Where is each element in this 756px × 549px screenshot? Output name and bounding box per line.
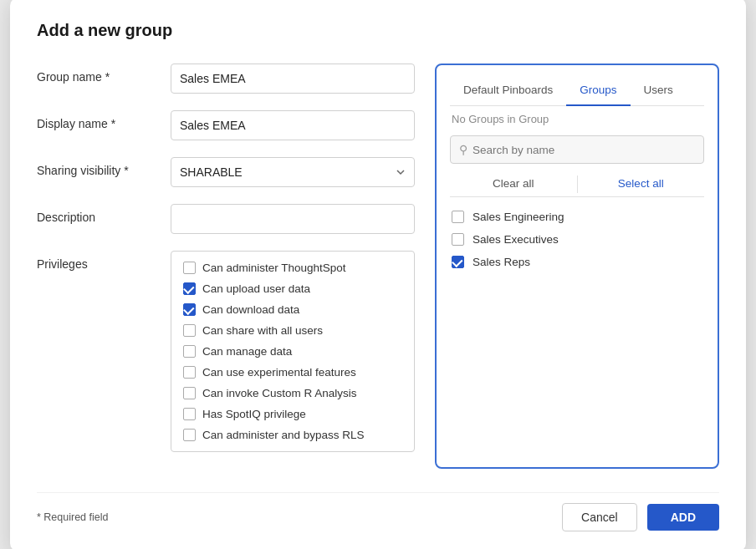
privileges-section: Privileges Can administer ThoughtSpot Ca… — [37, 251, 415, 452]
group-label-1: Sales Executives — [472, 233, 559, 246]
clear-all-button[interactable]: Clear all — [450, 172, 577, 196]
main-content: Group name * Display name * Sharing visi… — [37, 64, 719, 469]
cb-share-all-users[interactable] — [183, 324, 196, 337]
privilege-label-7: Has SpotIQ privilege — [202, 408, 306, 420]
cb-administer-thoughtspot[interactable] — [183, 262, 196, 274]
privilege-custom-r-analysis[interactable]: Can invoke Custom R Analysis — [183, 387, 402, 399]
group-item-sales-engineering[interactable]: Sales Engineering — [450, 206, 704, 228]
dialog-footer: * Required field Cancel ADD — [37, 492, 719, 531]
sharing-visibility-select[interactable]: SHARABLE NON_SHARABLE — [171, 157, 415, 187]
display-name-label: Display name * — [37, 110, 171, 130]
sharing-visibility-row: Sharing visibility * SHARABLE NON_SHARAB… — [37, 157, 415, 187]
dialog-title: Add a new group — [37, 21, 719, 40]
cb-manage-data[interactable] — [183, 345, 196, 358]
search-icon: ⚲ — [459, 143, 467, 156]
privilege-label-4: Can manage data — [202, 345, 292, 358]
cancel-button[interactable]: Cancel — [562, 503, 637, 531]
footer-buttons: Cancel ADD — [562, 503, 719, 531]
cb-spotiq[interactable] — [183, 408, 196, 420]
privilege-bypass-rls[interactable]: Can administer and bypass RLS — [183, 429, 402, 441]
group-name-label: Group name * — [37, 64, 171, 84]
add-group-dialog: Add a new group Group name * Display nam… — [10, 0, 746, 549]
required-note: * Required field — [37, 511, 108, 523]
privilege-label-2: Can download data — [202, 303, 299, 316]
tabs: Default Pinboards Groups Users — [450, 79, 704, 106]
tab-groups[interactable]: Groups — [566, 79, 630, 106]
privilege-spotiq[interactable]: Has SpotIQ privilege — [183, 408, 402, 420]
search-input[interactable] — [472, 144, 695, 156]
privilege-upload-user-data[interactable]: Can upload user data — [183, 282, 402, 295]
privilege-administer-thoughtspot[interactable]: Can administer ThoughtSpot — [183, 262, 402, 274]
left-panel: Group name * Display name * Sharing visi… — [37, 64, 415, 469]
right-panel: Default Pinboards Groups Users No Groups… — [435, 64, 719, 469]
group-label-0: Sales Engineering — [472, 211, 564, 223]
privilege-share-all-users[interactable]: Can share with all users — [183, 324, 402, 337]
select-all-button[interactable]: Select all — [578, 172, 705, 196]
privilege-experimental-features[interactable]: Can use experimental features — [183, 366, 402, 379]
privilege-label-0: Can administer ThoughtSpot — [202, 262, 346, 274]
cb-experimental-features[interactable] — [183, 366, 196, 379]
privilege-label-6: Can invoke Custom R Analysis — [202, 387, 357, 399]
display-name-input[interactable] — [171, 110, 415, 140]
privilege-download-data[interactable]: Can download data — [183, 303, 402, 316]
privileges-label: Privileges — [37, 251, 171, 271]
display-name-row: Display name * — [37, 110, 415, 140]
cb-custom-r-analysis[interactable] — [183, 387, 196, 399]
cb-sales-executives[interactable] — [452, 233, 464, 246]
group-label-2: Sales Reps — [472, 256, 530, 268]
search-box: ⚲ — [450, 135, 704, 164]
cb-bypass-rls[interactable] — [183, 429, 196, 441]
cb-download-data[interactable] — [183, 303, 196, 316]
group-item-sales-executives[interactable]: Sales Executives — [450, 228, 704, 251]
privilege-manage-data[interactable]: Can manage data — [183, 345, 402, 358]
group-name-input[interactable] — [171, 64, 415, 94]
cb-sales-engineering[interactable] — [452, 211, 464, 223]
cb-sales-reps[interactable] — [452, 256, 464, 268]
description-input[interactable] — [171, 204, 415, 234]
add-button[interactable]: ADD — [647, 504, 719, 531]
description-label: Description — [37, 204, 171, 224]
privilege-label-1: Can upload user data — [202, 282, 310, 295]
action-row: Clear all Select all — [450, 172, 704, 197]
group-item-sales-reps[interactable]: Sales Reps — [450, 251, 704, 273]
cb-upload-user-data[interactable] — [183, 282, 196, 295]
privileges-box: Can administer ThoughtSpot Can upload us… — [171, 251, 415, 452]
sharing-visibility-label: Sharing visibility * — [37, 157, 171, 177]
privilege-label-5: Can use experimental features — [202, 366, 356, 379]
add-button-label: ADD — [671, 511, 696, 524]
no-groups-text: No Groups in Group — [450, 113, 704, 125]
tab-default-pinboards[interactable]: Default Pinboards — [450, 79, 566, 106]
group-name-row: Group name * — [37, 64, 415, 94]
privilege-label-3: Can share with all users — [202, 324, 323, 337]
description-row: Description — [37, 204, 415, 234]
tab-users[interactable]: Users — [631, 79, 687, 106]
privilege-label-8: Can administer and bypass RLS — [202, 429, 365, 441]
